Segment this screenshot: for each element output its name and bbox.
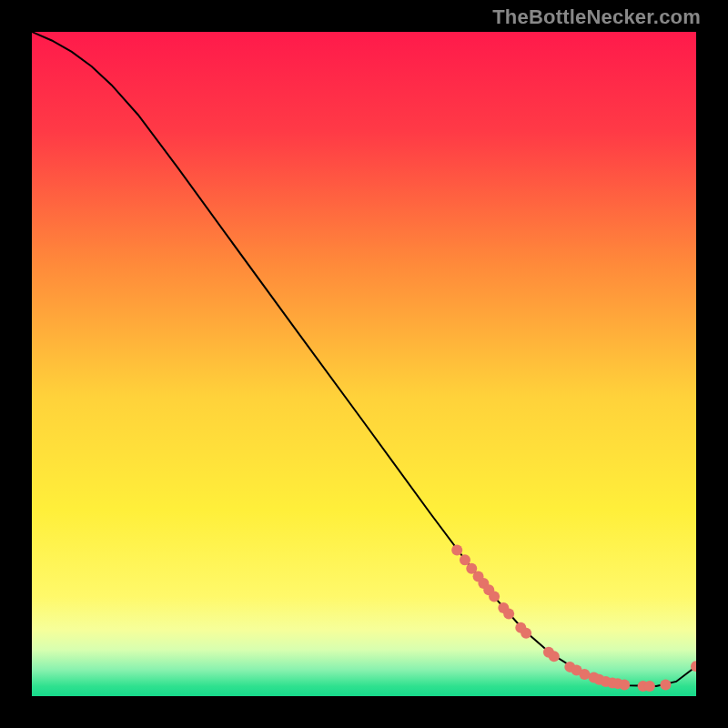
scatter-point [451, 544, 462, 555]
plot-area [32, 32, 696, 696]
gradient-background [32, 32, 696, 696]
scatter-point [579, 669, 590, 680]
scatter-point [503, 608, 514, 619]
scatter-point [549, 651, 560, 662]
scatter-point [489, 592, 500, 602]
scatter-point [660, 680, 671, 691]
scatter-point [619, 680, 630, 691]
chart-svg [32, 32, 696, 696]
scatter-point [460, 554, 470, 565]
scatter-point [644, 681, 655, 692]
scatter-point [521, 628, 531, 639]
watermark-label: TheBottleNecker.com [492, 5, 701, 29]
chart-stage: TheBottleNecker.com [0, 0, 728, 728]
